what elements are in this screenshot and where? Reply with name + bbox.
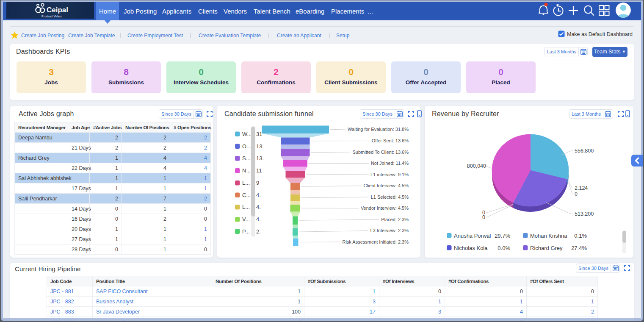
svg-text:4.: 4.: [256, 216, 261, 222]
svg-text:800,040: 800,040: [467, 163, 486, 169]
svg-text:Placed: 2.3%: Placed: 2.3%: [381, 217, 409, 222]
svg-text:Client Interview: 4.5%: Client Interview: 4.5%: [364, 183, 409, 188]
svg-text:Waiting for Evaluation: 31.8%: Waiting for Evaluation: 31.8%: [348, 127, 409, 132]
svg-text:29.7%: 29.7%: [495, 233, 510, 239]
svg-text:9: 9: [256, 180, 259, 186]
svg-text:2,124: 2,124: [575, 185, 588, 191]
svg-text:2.: 2.: [256, 228, 261, 235]
svg-text:31: 31: [256, 131, 262, 137]
svg-text:556,800: 556,800: [575, 148, 594, 154]
svg-text:Product Video: Product Video: [41, 15, 61, 18]
svg-text:L...: L...: [242, 180, 250, 186]
svg-text:Anusha Porwal: Anusha Porwal: [454, 233, 491, 239]
svg-text:S...: S...: [242, 155, 251, 161]
svg-text:27.4%: 27.4%: [571, 245, 587, 251]
svg-text:L1 Selected: 4.5%: L1 Selected: 4.5%: [371, 194, 409, 200]
svg-text:O...: O...: [242, 143, 251, 150]
svg-text:Vendor Interview: 4.5%: Vendor Interview: 4.5%: [361, 205, 409, 211]
svg-text:L1 interview: 9.1%: L1 interview: 9.1%: [370, 172, 409, 177]
svg-text:0.1%: 0.1%: [574, 233, 587, 239]
svg-text:0: 0: [575, 191, 578, 197]
svg-text:L...: L...: [242, 204, 250, 210]
svg-text:Not Joined: 11.4%: Not Joined: 11.4%: [371, 161, 409, 166]
svg-text:W...: W...: [242, 131, 252, 137]
svg-text:513,200: 513,200: [575, 211, 594, 217]
svg-text:N...: N...: [242, 167, 251, 174]
svg-text:Risk Assessment Initiated: 2.3: Risk Assessment Initiated: 2.3%: [342, 239, 409, 244]
svg-text:Richard Grey: Richard Grey: [530, 245, 563, 251]
svg-text:Nicholas Kola: Nicholas Kola: [454, 245, 488, 251]
svg-text:Mohan Krishna: Mohan Krishna: [530, 233, 567, 239]
svg-text:4.: 4.: [256, 192, 261, 198]
svg-text:Submitted To Client: 13.6%: Submitted To Client: 13.6%: [353, 150, 409, 155]
svg-text:0: 0: [482, 214, 485, 220]
svg-text:P...: P...: [242, 228, 250, 235]
svg-text:4.: 4.: [256, 204, 261, 210]
svg-text:Offer Sent: 13.6%: Offer Sent: 13.6%: [372, 138, 409, 143]
svg-text:V...: V...: [242, 216, 250, 222]
svg-text:11: 11: [256, 167, 262, 174]
svg-text:L3 Interview: 2.3%: L3 Interview: 2.3%: [370, 228, 409, 233]
svg-text:C...: C...: [242, 192, 251, 198]
svg-text:13: 13: [256, 143, 262, 150]
svg-text:0.0%: 0.0%: [498, 245, 510, 251]
svg-text:Ceipal: Ceipal: [47, 6, 68, 14]
svg-text:13.: 13.: [256, 155, 264, 161]
